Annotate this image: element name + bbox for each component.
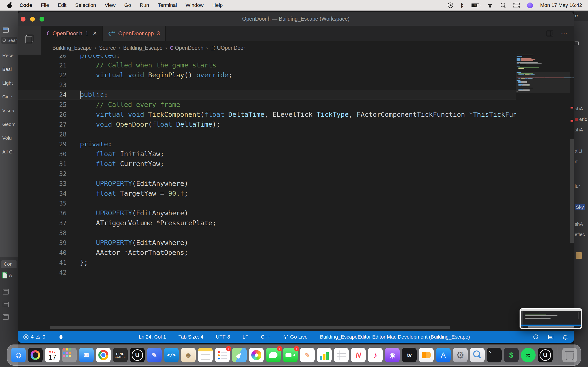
dock-spotify-icon[interactable]: ≈ — [521, 348, 536, 362]
place-actors-search[interactable]: Sear — [1, 37, 17, 44]
code-line-26[interactable]: virtual void TickComponent(float DeltaTi… — [80, 110, 516, 119]
screenshot-preview-thumbnail[interactable] — [519, 308, 582, 329]
code-line-29[interactable]: private: — [80, 139, 112, 149]
place-actors-category[interactable]: Rece — [2, 53, 14, 58]
menu-item-run[interactable]: Run — [136, 2, 153, 8]
dock-grid-app-icon[interactable] — [334, 348, 349, 362]
code-line-30[interactable]: float InitialYaw; — [80, 149, 164, 159]
dock-maps-icon[interactable] — [232, 348, 247, 362]
dock-notes-icon[interactable] — [198, 348, 213, 362]
menu-item-help[interactable]: Help — [208, 2, 227, 8]
tab-opendoor-cpp[interactable]: C++ OpenDoor.cpp 3 — [103, 26, 166, 41]
dock-unreal-engine-2-icon[interactable]: U — [538, 348, 553, 362]
menu-item-window[interactable]: Window — [181, 2, 208, 8]
place-actors-category[interactable]: Cine — [2, 94, 12, 100]
outliner-row[interactable]: eflec — [575, 232, 585, 237]
menu-item-go[interactable]: Go — [120, 2, 135, 8]
dock-facetime-icon[interactable]: 1 — [283, 348, 298, 362]
menu-item-terminal[interactable]: Terminal — [153, 2, 181, 8]
code-lines[interactable]: protected: // Called when the game start… — [80, 55, 516, 331]
battery-icon[interactable]: ↯ — [471, 3, 479, 7]
folder-icon[interactable] — [3, 302, 9, 307]
dock-reminders-icon[interactable]: 1 — [215, 348, 230, 362]
dock-calendar-icon[interactable]: MAY17 — [45, 348, 60, 362]
bluetooth-icon[interactable]: ᛒ — [460, 2, 464, 8]
code-line-37[interactable]: ATriggerVolume *PressurePlate; — [80, 218, 216, 228]
menu-item-code[interactable]: Code — [15, 2, 36, 8]
place-actors-category[interactable]: All Cl — [2, 149, 14, 155]
code-line-40[interactable]: AActor *ActorThatOpens; — [80, 248, 188, 258]
breadcrumb-item-uopendoor[interactable]: UOpenDoor — [211, 45, 245, 51]
place-actors-category[interactable]: Basi — [2, 67, 12, 72]
feedback-smiley-icon[interactable] — [533, 334, 538, 339]
control-center-icon[interactable] — [513, 3, 520, 8]
folder-icon[interactable] — [3, 314, 9, 320]
menu-item-view[interactable]: View — [100, 2, 120, 8]
menu-item-edit[interactable]: Edit — [53, 2, 71, 8]
asset-item[interactable]: A — [2, 272, 12, 278]
asset-thumbnail[interactable] — [576, 252, 582, 259]
dock-epic-games-icon[interactable]: EPICGAMES — [113, 348, 128, 362]
problems-status[interactable]: 4 ⚠ 0 — [23, 331, 62, 343]
breadcrumb-item-source[interactable]: Source — [99, 45, 116, 51]
dock-messages-icon[interactable]: 1 — [266, 348, 281, 362]
dock-pages-pen-app-icon[interactable]: ✎ — [300, 348, 315, 362]
dock-dollar-app-icon[interactable]: $ — [504, 348, 519, 362]
notifications-bell-icon[interactable] — [563, 335, 567, 339]
outliner-row[interactable]: lur — [575, 184, 580, 189]
code-editor[interactable]: 2021222324252627282930313233343536373839… — [18, 55, 574, 331]
dock-contacts-icon[interactable]: ☻ — [181, 348, 196, 362]
code-line-24[interactable]: public: — [80, 90, 108, 100]
outliner-row[interactable]: alLi — [575, 148, 582, 154]
more-actions-icon[interactable]: ⋯ — [561, 30, 567, 37]
encoding[interactable]: UTF-8 — [216, 334, 230, 340]
build-task[interactable]: Building_EscapeEditor Editor Mac Develop… — [320, 334, 470, 340]
dock-trash-icon[interactable] — [562, 348, 577, 362]
place-actors-mode-icon[interactable] — [3, 27, 9, 33]
folder-icon[interactable] — [3, 289, 9, 294]
outliner-row[interactable]: eric — [575, 117, 587, 122]
code-line-33[interactable]: UPROPERTY(EditAnywhere) — [80, 179, 188, 189]
outliner-row[interactable] — [575, 42, 579, 45]
breadcrumb-item-building_escape[interactable]: Building_Escape — [52, 45, 92, 51]
vertical-scrollbar[interactable] — [570, 139, 574, 243]
dock-blue-pen-app-icon[interactable]: ✎ — [147, 348, 162, 362]
dock-color-ring-app-icon[interactable] — [28, 348, 43, 362]
menu-bar-app-icon[interactable] — [527, 2, 533, 8]
outliner-row[interactable]: Sky — [575, 204, 585, 210]
cursor-position[interactable]: Ln 24, Col 1 — [139, 334, 166, 340]
dock-system-settings-icon[interactable]: ⚙ — [453, 348, 468, 362]
code-line-27[interactable]: void OpenDoor(float DeltaTime); — [80, 119, 220, 129]
apple-menu-icon[interactable] — [7, 2, 12, 8]
dock-chart-app-icon[interactable] — [317, 348, 332, 362]
minimap-viewport[interactable] — [516, 72, 570, 93]
dock-launchpad-icon[interactable] — [62, 348, 77, 362]
breadcrumb-item-opendoor.h[interactable]: COpenDoor.h — [170, 45, 204, 51]
dock-podcasts-icon[interactable]: ◉ — [385, 348, 400, 362]
code-line-34[interactable]: float TargetYaw = 90.f; — [80, 189, 188, 198]
code-line-36[interactable]: UPROPERTY(EditAnywhere) — [80, 208, 188, 218]
menu-item-file[interactable]: File — [36, 2, 53, 8]
code-line-41[interactable]: }; — [80, 258, 88, 267]
dock-finder-icon[interactable]: ☺ — [11, 348, 26, 362]
breadcrumb-item-building_escape[interactable]: Building_Escape — [123, 45, 162, 51]
dock-books-icon[interactable] — [419, 348, 434, 362]
dock-music-icon[interactable]: ♪ — [368, 348, 383, 362]
tab-opendoor-h[interactable]: C OpenDoor.h 1 ✕ — [41, 26, 103, 41]
dock-mail-icon[interactable]: ✉ — [79, 348, 94, 362]
code-line-31[interactable]: float CurrentYaw; — [80, 159, 164, 169]
outliner-row[interactable]: shA — [575, 221, 583, 227]
close-tab-icon[interactable]: ✕ — [93, 31, 97, 36]
dock-unreal-engine-icon[interactable]: U — [130, 348, 145, 362]
dock-vscode-icon[interactable]: </> — [164, 348, 179, 362]
place-actors-category[interactable]: Visua — [2, 108, 14, 113]
tab-size[interactable]: Tab Size: 4 — [179, 334, 204, 340]
code-line-39[interactable]: UPROPERTY(EditAnywhere) — [80, 238, 188, 248]
menu-bar-clock[interactable]: Mon 17 May 16:42 — [540, 2, 582, 8]
code-line-22[interactable]: virtual void BeginPlay() override; — [80, 70, 233, 80]
menu-item-selection[interactable]: Selection — [71, 2, 100, 8]
dock-apple-tv-icon[interactable]: tv — [402, 348, 417, 362]
code-line-20[interactable]: protected: — [80, 55, 120, 60]
go-live-button[interactable]: Go Live — [283, 334, 308, 340]
outliner-row[interactable]: shA — [575, 127, 583, 133]
